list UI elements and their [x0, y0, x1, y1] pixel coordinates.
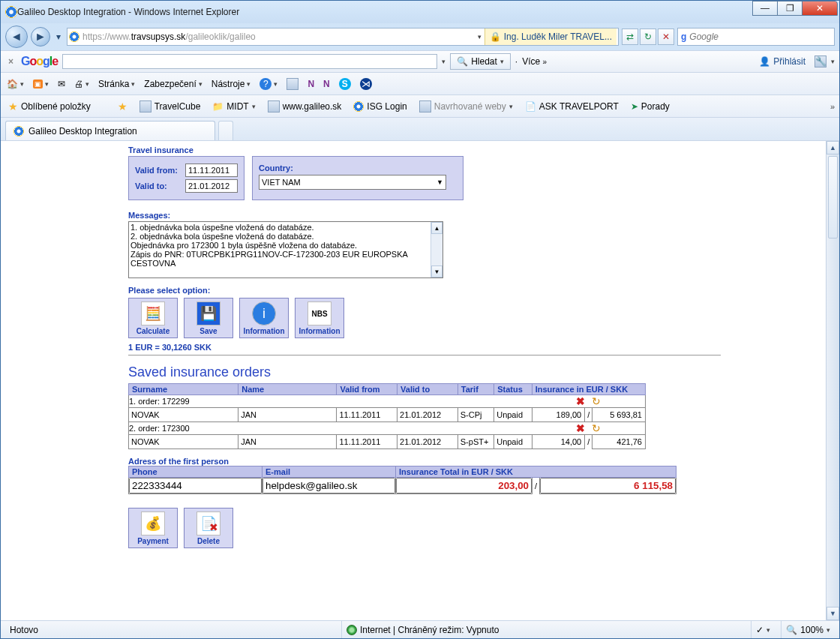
- back-button[interactable]: ◄: [5, 26, 28, 48]
- fav-travelcube[interactable]: TravelCube: [136, 99, 204, 114]
- favorites-button[interactable]: ★Oblíbené položky: [5, 99, 94, 114]
- google-toolbar-close[interactable]: ×: [5, 56, 16, 67]
- country-select[interactable]: VIET NAM ▼: [259, 175, 446, 190]
- save-button[interactable]: 💾 Save: [184, 298, 233, 338]
- safety-menu[interactable]: Zabezpečení▾: [142, 77, 203, 91]
- refresh-order-icon[interactable]: ↻: [592, 422, 601, 434]
- information-button-2[interactable]: NBS Information: [295, 298, 344, 338]
- delete-order-icon[interactable]: ✖: [576, 395, 585, 407]
- surname-input[interactable]: [129, 435, 238, 448]
- fav-galileo[interactable]: www.galileo.sk: [265, 99, 345, 114]
- google-search-button[interactable]: 🔍 Hledat ▾: [450, 53, 511, 70]
- page-menu[interactable]: Stránka▾: [97, 77, 136, 91]
- skk-input[interactable]: [592, 408, 645, 422]
- status-input[interactable]: [494, 435, 531, 448]
- address-dropdown-icon[interactable]: ▾: [478, 33, 482, 40]
- email-input[interactable]: [262, 478, 395, 494]
- tools-menu[interactable]: Nástroje▾: [210, 77, 253, 91]
- delete-icon: 📄✖: [196, 512, 220, 536]
- google-toolbar: × Google ▾ 🔍 Hledat ▾ · Více » 👤 Přihlás…: [1, 50, 839, 73]
- browser-window: Galileo Desktop Integration - Windows In…: [0, 0, 840, 639]
- messages-scrollbar[interactable]: ▲▼: [430, 222, 442, 278]
- refresh-button[interactable]: ↻: [640, 28, 656, 45]
- google-search-input[interactable]: [62, 54, 437, 69]
- order-header-label: 2. order: 172300: [129, 422, 532, 435]
- vertical-scrollbar[interactable]: ▲ ▼: [826, 141, 839, 620]
- star-icon: ★: [8, 100, 18, 112]
- tarif-input[interactable]: [458, 435, 494, 448]
- valid-from-input[interactable]: [185, 164, 238, 177]
- status-input[interactable]: [494, 408, 531, 422]
- mail-button[interactable]: ✉: [56, 77, 67, 91]
- messages-label: Messages:: [128, 211, 820, 220]
- tarif-input[interactable]: [458, 408, 494, 422]
- onenote-linked-icon[interactable]: N: [306, 77, 316, 91]
- forward-button[interactable]: ►: [31, 27, 50, 46]
- vt-input[interactable]: [398, 435, 458, 448]
- status-left: Hotovo: [5, 621, 335, 638]
- eur-input[interactable]: [532, 408, 585, 422]
- address-title: Adress of the first person: [128, 457, 820, 466]
- tab-active[interactable]: Galileo Desktop Integration: [5, 121, 215, 140]
- vt-input[interactable]: [398, 408, 458, 422]
- vf-input[interactable]: [337, 408, 397, 422]
- compat-view-button[interactable]: ⇄: [622, 28, 638, 45]
- fav-midt[interactable]: 📁MIDT▾: [209, 100, 258, 113]
- new-tab-button[interactable]: [218, 121, 233, 140]
- scroll-thumb[interactable]: [828, 156, 838, 238]
- phone-input[interactable]: [129, 478, 262, 494]
- print-button[interactable]: 🖨▾: [73, 77, 91, 91]
- fav-ask-travelport[interactable]: 📄ASK TRAVELPORT: [522, 100, 622, 113]
- maximize-button[interactable]: ❐: [777, 1, 802, 16]
- feeds-button[interactable]: ▣▾: [32, 78, 50, 90]
- google-search-dropdown[interactable]: ▾: [442, 58, 446, 65]
- wrench-icon[interactable]: 🔧: [814, 56, 826, 68]
- scroll-down-icon[interactable]: ▼: [826, 607, 839, 620]
- surname-input[interactable]: [129, 408, 238, 422]
- information-button-1[interactable]: i Information: [239, 298, 289, 338]
- refresh-order-icon[interactable]: ↻: [592, 395, 601, 407]
- eur-input[interactable]: [532, 435, 585, 448]
- scroll-up-icon[interactable]: ▲: [826, 141, 839, 154]
- ssl-cert-segment[interactable]: 🔒 Ing. Luděk Miler TRAVEL...: [484, 28, 616, 45]
- zoom-control[interactable]: 🔍 100% ▾: [781, 621, 835, 638]
- fav-suggested-sites[interactable]: Navrhované weby▾: [416, 99, 516, 114]
- suggested-icon: [419, 100, 431, 112]
- help-button[interactable]: ?▾: [258, 76, 279, 92]
- close-button[interactable]: ✕: [802, 1, 838, 16]
- delete-button[interactable]: 📄✖ Delete: [184, 508, 233, 548]
- stop-button[interactable]: ✕: [658, 28, 674, 45]
- arrow-icon: ➤: [631, 101, 638, 112]
- calculate-button[interactable]: 🧮 Calculate: [128, 298, 178, 338]
- fav-isg-login[interactable]: ISG Login: [350, 100, 410, 113]
- skk-input[interactable]: [592, 435, 645, 448]
- onenote-icon[interactable]: N: [322, 77, 332, 91]
- fav-add[interactable]: ★: [115, 99, 130, 114]
- messages-textarea[interactable]: 1. objednávka bola úspešne vložená do da…: [128, 221, 443, 278]
- nav-row: ◄ ► ▾ https://www.travsupsys.sk/galileok…: [1, 23, 839, 50]
- google-more-button[interactable]: Více »: [522, 56, 547, 67]
- name-input[interactable]: [238, 435, 336, 448]
- skype-icon[interactable]: S: [338, 76, 352, 92]
- google-signin[interactable]: 👤 Přihlásit: [759, 56, 806, 67]
- ext-icon-1[interactable]: [285, 76, 300, 92]
- browser-search-box[interactable]: g Google: [677, 28, 835, 46]
- valid-to-input[interactable]: [185, 179, 238, 193]
- chevron-down-icon: ▼: [436, 178, 443, 186]
- vf-input[interactable]: [337, 435, 397, 448]
- nav-history-dropdown[interactable]: ▾: [53, 32, 64, 42]
- minimize-button[interactable]: —: [752, 1, 778, 16]
- home-button[interactable]: 🏠▾: [5, 77, 26, 91]
- address-bar[interactable]: https://www.travsupsys.sk/galileoklik/ga…: [67, 28, 619, 46]
- status-protected-mode-icon[interactable]: ✓▾: [751, 621, 775, 638]
- mail-icon: ✉: [58, 79, 65, 89]
- rss-icon: ▣: [33, 80, 43, 88]
- delete-order-icon[interactable]: ✖: [576, 422, 585, 434]
- fav-porady[interactable]: ➤Porady: [628, 100, 673, 113]
- valid-to-label: Valid to:: [135, 182, 181, 190]
- col-tarif: Tarif: [458, 384, 494, 395]
- name-input[interactable]: [238, 408, 336, 422]
- payment-button[interactable]: 💰 Payment: [128, 508, 178, 548]
- bluetooth-icon[interactable]: ⋊: [358, 76, 374, 92]
- favbar-overflow[interactable]: »: [830, 102, 835, 111]
